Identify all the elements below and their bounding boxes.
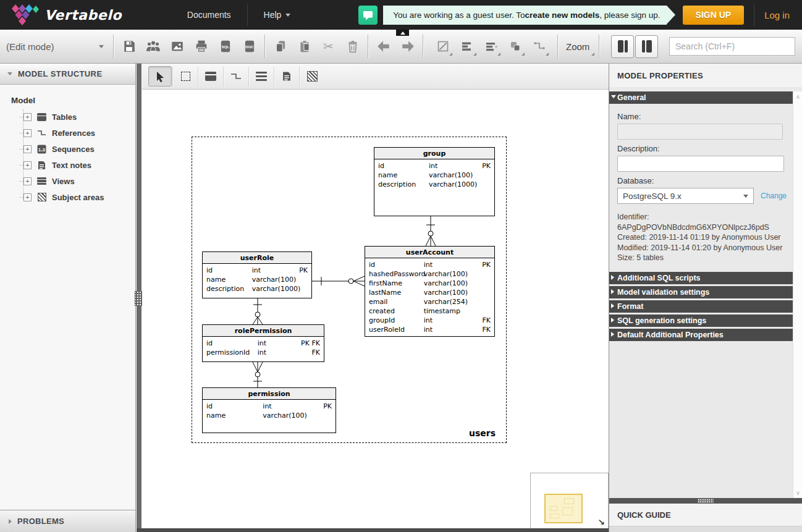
section-format[interactable]: Format (609, 300, 802, 313)
minimap-resize-handle[interactable]: ↘ (597, 517, 605, 527)
expand-plus-icon[interactable]: + (23, 145, 32, 153)
scroll-up-icon[interactable]: ∧ (793, 93, 802, 100)
table-column-row: userRoleIdintFK (365, 325, 494, 334)
column-name: firstName (369, 279, 424, 288)
splitter-grip[interactable] (698, 499, 714, 503)
reference-style-button[interactable] (527, 33, 551, 60)
export-image-button[interactable] (165, 33, 189, 60)
identifier-value: 6APgDgPOVbNBdcdmG6XPYONlpczJ6pdS (617, 222, 793, 233)
change-database-link[interactable]: Change (761, 192, 787, 200)
text-note-icon (37, 161, 46, 170)
left-panel-splitter[interactable] (137, 64, 141, 532)
quick-guide-header[interactable]: QUICK GUIDE (609, 504, 802, 526)
column-name: description (206, 284, 252, 293)
name-field[interactable] (617, 124, 783, 140)
edit-mode-dropdown[interactable]: (Edit mode) (0, 34, 110, 59)
print-button[interactable] (189, 33, 213, 60)
right-panel-scrollbar[interactable]: ∧ ∨ (793, 91, 802, 498)
diagram-table-rolePermission[interactable]: rolePermissionidintPK FKpermissionIdintF… (202, 324, 324, 362)
paste-button[interactable] (292, 33, 316, 60)
tree-item-subject-areas[interactable]: + Subject areas (19, 189, 135, 205)
tree-item-text-notes[interactable]: + Text notes (19, 157, 135, 173)
share-button[interactable] (141, 33, 165, 60)
cut-button[interactable]: ✂ (316, 33, 340, 60)
zoom-label: Zoom (566, 41, 589, 52)
expand-plus-icon[interactable]: + (23, 161, 32, 169)
expand-plus-icon[interactable]: + (23, 177, 32, 185)
diagram-table-group[interactable]: groupidintPKnamevarchar(100)descriptionv… (374, 147, 495, 216)
diagram-table-userRole[interactable]: userRoleidintPKnamevarchar(100)descripti… (202, 251, 312, 298)
log-in-link[interactable]: Log in (764, 10, 790, 20)
quick-guide-splitter[interactable] (609, 498, 802, 504)
generate-sql-button[interactable]: SQL (213, 33, 237, 60)
menu-help[interactable]: Help (248, 0, 307, 30)
minimap-viewport[interactable] (544, 494, 583, 523)
section-label: SQL generation settings (617, 316, 706, 325)
table-icon (37, 112, 46, 122)
section-sql-generation-settings[interactable]: SQL generation settings (609, 315, 802, 327)
column-key: PK (299, 266, 308, 275)
size-info: Size: 5 tables (617, 253, 793, 263)
column-name: userRoleId (369, 325, 424, 334)
zoom-dropdown[interactable]: Zoom (561, 34, 596, 59)
table-column-row: permissionIdintFK (203, 348, 324, 357)
tree-item-references[interactable]: + References (19, 125, 135, 141)
undo-button[interactable] (371, 33, 395, 60)
table-title: permission (203, 388, 336, 400)
login-divider (754, 4, 754, 26)
section-general[interactable]: General (609, 91, 802, 104)
section-additional-sql-scripts[interactable]: Additional SQL scripts (609, 272, 802, 284)
model-properties-panel: MODEL PROPERTIES General Name: Descripti… (609, 64, 802, 532)
chat-button[interactable] (358, 6, 378, 25)
tree-item-views[interactable]: + Views (19, 173, 135, 189)
align-icon (461, 40, 473, 53)
vertabelo-logo[interactable]: Vertabelo (11, 3, 122, 27)
redo-button[interactable] (395, 33, 420, 60)
tree-root-model[interactable]: Model (11, 96, 135, 105)
group-objects-button[interactable] (503, 33, 527, 60)
section-model-validation-settings[interactable]: Model validation settings (609, 286, 802, 298)
expand-plus-icon[interactable]: + (23, 193, 32, 201)
table-column-row: lastNamevarchar(100) (365, 288, 494, 297)
problems-section-header[interactable]: PROBLEMS (0, 510, 135, 532)
auto-arrange-button[interactable]: x (479, 33, 503, 60)
sign-up-button[interactable]: SIGN UP (683, 6, 745, 25)
minimap[interactable]: ↘ (530, 473, 609, 528)
database-select[interactable]: PostgreSQL 9.x (617, 188, 754, 204)
table-column-row: firstNamevarchar(100) (365, 279, 494, 288)
search-input[interactable] (669, 37, 795, 56)
doc-document-icon: DOC (243, 40, 256, 53)
view-icon (37, 177, 46, 186)
tree-item-sequences[interactable]: + 1₂3 Sequences (19, 141, 135, 157)
menu-documents[interactable]: Documents (171, 0, 247, 30)
expand-plus-icon[interactable]: + (23, 129, 32, 137)
diagram-table-userAccount[interactable]: userAccountidintPKhashedPasswordvarchar(… (365, 246, 495, 337)
expand-triangle-icon (611, 332, 614, 337)
diagram-canvas[interactable]: users (142, 64, 609, 528)
description-field[interactable] (617, 156, 784, 172)
diagram-surface[interactable]: users (142, 64, 609, 528)
save-button[interactable] (117, 33, 141, 60)
section-label: Model validation settings (617, 288, 709, 297)
delete-button[interactable] (340, 33, 365, 60)
expand-plus-icon[interactable]: + (23, 113, 32, 121)
column-name: groupId (369, 316, 424, 325)
scroll-down-icon[interactable]: ∨ (793, 489, 802, 496)
tree-item-tables[interactable]: + Tables (19, 109, 135, 125)
copy-button[interactable] (268, 33, 292, 60)
column-name: hashedPassword (369, 269, 424, 279)
diagram-table-permission[interactable]: permissionidintPKnamevarchar(100) (202, 387, 336, 433)
model-structure-header[interactable]: MODEL STRUCTURE (0, 64, 135, 85)
toggle-left-panel-button[interactable] (611, 35, 634, 58)
toggle-right-panel-button[interactable] (635, 35, 658, 58)
expand-triangle-icon (611, 303, 614, 308)
section-label: Additional SQL scripts (617, 274, 701, 282)
generate-doc-button[interactable]: DOC (237, 33, 261, 60)
draw-reference-tool-button[interactable] (431, 33, 455, 60)
column-type: varchar(100) (424, 269, 491, 279)
align-objects-button[interactable] (455, 33, 479, 60)
section-default-additional-properties[interactable]: Default Additional Properties (609, 329, 802, 341)
column-type: varchar(1000) (252, 284, 308, 293)
printer-icon (195, 40, 208, 53)
toolbar-collapse-tab[interactable] (396, 30, 409, 36)
